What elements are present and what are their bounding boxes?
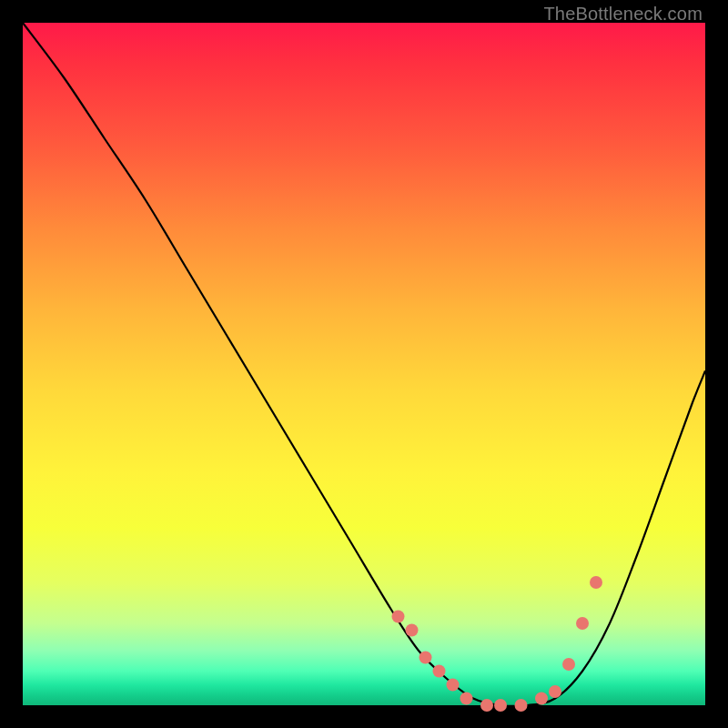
sample-point: [480, 699, 493, 712]
attribution-text: TheBottleneck.com: [543, 4, 703, 25]
sample-point: [576, 617, 589, 630]
sample-point: [515, 699, 528, 712]
sample-point: [420, 652, 432, 664]
sample-point: [494, 699, 507, 712]
sample-points-group: [392, 576, 603, 712]
sample-point: [447, 679, 460, 692]
sample-point: [549, 685, 561, 698]
sample-point: [590, 576, 602, 589]
sample-point: [535, 693, 548, 705]
sample-point: [433, 665, 446, 678]
sample-point: [392, 611, 405, 623]
bottleneck-curve: [23, 23, 705, 706]
sample-point: [562, 658, 575, 671]
sample-point: [406, 624, 419, 637]
chart-svg: [23, 23, 705, 705]
sample-point: [460, 693, 473, 705]
